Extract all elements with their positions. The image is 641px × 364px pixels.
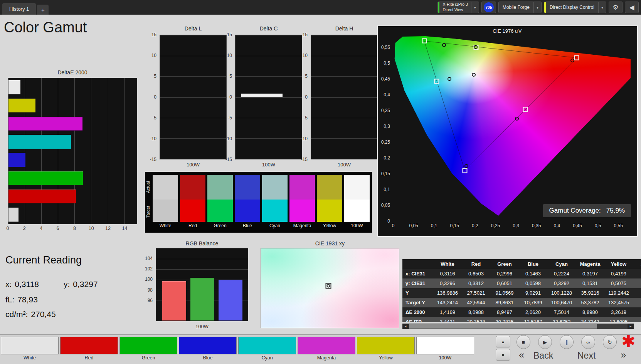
play-button[interactable]: ▶: [538, 335, 552, 349]
axis-tick-label: 12: [105, 226, 111, 231]
table-cell: 8,0988: [462, 309, 490, 315]
axis-tick-label: 0,25: [491, 223, 500, 228]
meter-status-badge-button[interactable]: 705: [481, 2, 496, 13]
axis-tick-label: 0: [387, 218, 390, 224]
table-row: y: CIE310,32960,33120,60510,05980,32920,…: [402, 278, 641, 288]
pattern-swatch-white[interactable]: White: [1, 337, 59, 361]
cie-target-cyan: [434, 79, 439, 84]
stop-button[interactable]: ■: [517, 335, 530, 349]
axis-tick-label: 0: [7, 226, 9, 231]
reading-x-value: 0,3118: [15, 280, 39, 289]
table-cell: 136,9886: [433, 290, 462, 296]
axis-tick-label: 4: [40, 226, 42, 231]
table-cell: 35,9216: [576, 290, 604, 296]
pattern-swatch-red[interactable]: Red: [60, 337, 118, 361]
gridline: [91, 78, 91, 224]
axis-tick-label: 5: [229, 74, 232, 79]
tab-label: History 1: [9, 6, 29, 12]
gridline: [160, 159, 226, 159]
back-chevron-button[interactable]: «: [519, 349, 524, 361]
pattern-swatch-green[interactable]: Green: [119, 337, 177, 361]
gamut-coverage-readout: Gamut Coverage: 75,9%: [543, 204, 631, 217]
back-button[interactable]: Back: [533, 351, 553, 361]
next-button[interactable]: Next: [577, 351, 596, 361]
swatch-label: Magenta: [298, 355, 355, 361]
table-header-cell: Green: [490, 261, 519, 267]
tab-history-1[interactable]: History 1: [2, 3, 36, 15]
next-chevron-button[interactable]: »: [621, 349, 626, 361]
table-cell: 2,0620: [519, 309, 547, 315]
table-cell: 100,1228: [547, 290, 576, 296]
table-cell: 0,2996: [490, 271, 519, 277]
gridline: [236, 76, 302, 77]
swatch-target-color: [289, 200, 315, 222]
gridline: [236, 56, 302, 56]
pause-button[interactable]: ∥: [560, 335, 574, 349]
pattern-window-controls: ▲■: [496, 336, 510, 361]
settings-button[interactable]: ⚙: [609, 2, 622, 13]
gridline: [160, 97, 226, 97]
cie1931-plot: [261, 248, 399, 328]
axis-tick-label: 0,2: [472, 223, 478, 228]
axis-tick-label: 100: [145, 277, 153, 282]
refresh-button[interactable]: ↻: [603, 335, 617, 349]
reading-lum-value: 270,45: [31, 310, 56, 319]
axis-tick-label: 0,15: [381, 171, 390, 176]
cie-measured-cyan: [448, 77, 451, 81]
table-cell: 3,4421: [433, 319, 462, 322]
table-cell: 0,0598: [519, 280, 547, 286]
swatch-actual-color: [180, 175, 205, 200]
continuous-read-button[interactable]: ∞: [581, 335, 595, 349]
swatch-blue: Blue: [235, 175, 260, 229]
swatch-actual-color: [235, 175, 260, 200]
pattern-source-dropdown[interactable]: Mobile Forge ▾: [498, 2, 542, 13]
axis-y-labels: 151050-5-10-15: [219, 35, 234, 159]
swatch-cyan: Cyan: [262, 175, 288, 229]
pattern-source-label: Mobile Forge: [499, 5, 533, 10]
axis-tick-label: 10: [303, 53, 308, 58]
table-horizontal-scrollbar[interactable]: ◄ ►: [402, 324, 634, 329]
eject-button[interactable]: ▲: [496, 336, 510, 347]
cie-target-blue: [463, 168, 468, 173]
cie-target-magenta: [523, 107, 528, 112]
table-cell: 0,3: [633, 280, 641, 286]
axis-tick-label: -10: [301, 136, 308, 141]
axis-y-labels: 151050-5-10-15: [143, 35, 158, 159]
alert-asterisk-icon: ✱: [621, 333, 636, 350]
status-badge: 705: [484, 2, 494, 12]
pattern-swatch-cyan[interactable]: Cyan: [238, 337, 296, 361]
table-cell: 27: [633, 300, 641, 305]
axis-tick-label: 0,5: [384, 60, 390, 66]
top-bar-controls: X-Rite i1Pro 3 Direct View ▾ 705 Mobile …: [437, 2, 641, 13]
pattern-swatch-blue[interactable]: Blue: [179, 337, 237, 361]
add-tab-button[interactable]: +: [37, 5, 49, 15]
deltae-bar-white: [8, 80, 20, 94]
white-point-marker: [326, 283, 331, 289]
table-row-label: ΔE ITP: [402, 319, 433, 322]
pattern-swatch-100w[interactable]: 100W: [416, 337, 474, 361]
pattern-swatch-yellow[interactable]: Yellow: [357, 337, 415, 361]
axis-tick-label: 0,55: [614, 223, 622, 228]
scroll-left-button[interactable]: ◄: [402, 324, 409, 329]
scroll-right-button[interactable]: ►: [628, 324, 634, 329]
scrollbar-track[interactable]: [409, 324, 628, 329]
axis-y-labels: 151050-5-10-15: [294, 35, 309, 159]
axis-tick-label: -15: [301, 157, 308, 162]
scrollbar-thumb[interactable]: [409, 324, 597, 329]
swatch-actual-color: [207, 175, 233, 200]
deltae-bar-red: [8, 190, 76, 204]
chart-title: Delta C: [235, 25, 302, 32]
pattern-swatch-magenta[interactable]: Magenta: [298, 337, 355, 361]
table-row: Y136,988627,502191,05699,0291100,122835,…: [402, 288, 641, 298]
table-cell: 0,1463: [519, 271, 547, 277]
table-cell: 9,0291: [519, 290, 547, 296]
swatch-label: 100W: [416, 355, 474, 361]
swatch-color: [60, 337, 118, 354]
table-cell: 0,1531: [576, 280, 604, 286]
table-cell: 0,3: [633, 271, 641, 277]
meter-dropdown[interactable]: X-Rite i1Pro 3 Direct View ▾: [437, 2, 479, 13]
top-bar: History 1 + X-Rite i1Pro 3 Direct View ▾…: [0, 0, 641, 15]
stop-pattern-button[interactable]: ■: [496, 349, 510, 361]
collapse-panel-button[interactable]: ◀: [625, 2, 639, 13]
display-control-dropdown[interactable]: Direct Display Control ▾: [544, 2, 606, 13]
